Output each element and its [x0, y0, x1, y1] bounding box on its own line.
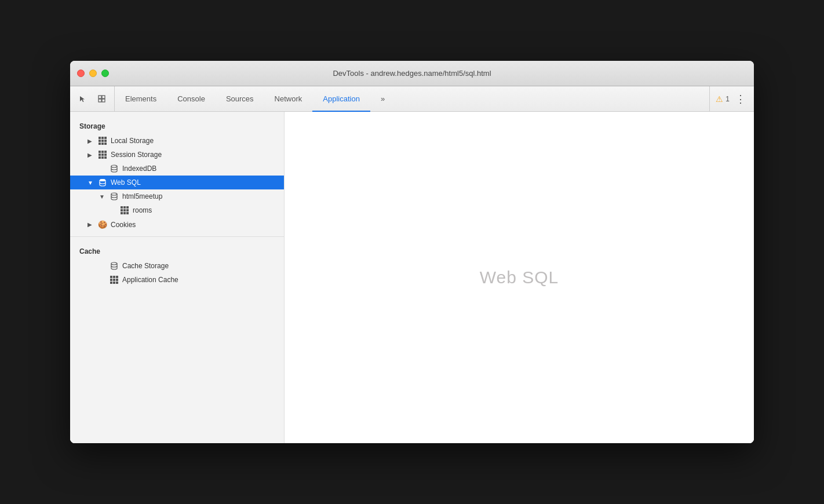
sidebar-divider	[70, 236, 284, 237]
title-bar: DevTools - andrew.hedges.name/html5/sql.…	[70, 61, 754, 86]
traffic-lights	[77, 70, 109, 77]
devtools-window: DevTools - andrew.hedges.name/html5/sql.…	[70, 61, 754, 443]
db-icon-indexeddb	[110, 165, 119, 173]
tab-more[interactable]: »	[370, 87, 395, 112]
sidebar-item-rooms[interactable]: rooms	[70, 203, 284, 217]
close-button[interactable]	[77, 70, 85, 77]
sidebar-item-local-storage[interactable]: ▶ Local Storage	[70, 134, 284, 148]
maximize-button[interactable]	[101, 70, 109, 77]
cache-storage-label: Cache Storage	[122, 262, 169, 270]
sidebar-item-session-storage[interactable]: ▶ Session Storage	[70, 148, 284, 162]
svg-rect-1	[102, 96, 105, 98]
svg-rect-33	[123, 212, 126, 214]
svg-rect-12	[104, 143, 107, 145]
cookies-label: Cookies	[111, 221, 136, 229]
svg-rect-17	[101, 154, 104, 156]
svg-rect-6	[104, 137, 107, 139]
svg-rect-20	[101, 156, 104, 159]
warning-badge[interactable]: ⚠ 1	[716, 94, 730, 104]
cache-section-header: Cache	[70, 242, 284, 259]
svg-rect-29	[121, 209, 123, 211]
main-placeholder: Web SQL	[480, 268, 559, 287]
toolbar-right: ⚠ 1 ⋮	[709, 86, 754, 111]
cookie-icon: 🍪	[98, 220, 107, 229]
svg-rect-2	[99, 99, 101, 102]
cursor-icon[interactable]	[75, 91, 91, 107]
tab-application[interactable]: Application	[312, 87, 370, 112]
svg-rect-41	[116, 279, 118, 281]
svg-point-25	[111, 193, 117, 195]
main-panel: Web SQL	[285, 112, 754, 443]
svg-rect-36	[110, 276, 112, 278]
svg-rect-44	[116, 282, 118, 284]
svg-rect-10	[99, 143, 101, 145]
svg-rect-39	[110, 279, 112, 281]
table-icon-application-cache	[110, 276, 119, 284]
expand-arrow-session-storage: ▶	[87, 152, 94, 158]
svg-rect-19	[99, 156, 101, 159]
svg-rect-42	[110, 282, 112, 284]
db-icon-html5meetup	[110, 192, 119, 200]
svg-rect-32	[121, 212, 123, 214]
html5meetup-label: html5meetup	[122, 192, 162, 200]
svg-rect-13	[99, 151, 101, 153]
svg-rect-28	[126, 206, 129, 209]
svg-rect-31	[126, 209, 129, 211]
inspect-icon[interactable]	[93, 91, 110, 107]
tab-console[interactable]: Console	[167, 87, 216, 112]
table-icon-session-storage	[98, 151, 107, 159]
sidebar-item-indexeddb[interactable]: IndexedDB	[70, 162, 284, 176]
sidebar-item-html5meetup[interactable]: ▼ html5meetup	[70, 189, 284, 203]
expand-arrow-html5meetup: ▼	[99, 193, 106, 200]
svg-rect-37	[113, 276, 115, 278]
tab-elements[interactable]: Elements	[115, 87, 167, 112]
svg-rect-43	[113, 282, 115, 284]
storage-section-header: Storage	[70, 116, 284, 134]
sidebar-item-web-sql[interactable]: ▼ Web SQL	[70, 176, 284, 189]
svg-rect-21	[104, 156, 107, 159]
sidebar-item-application-cache[interactable]: Application Cache	[70, 273, 284, 287]
svg-rect-26	[121, 206, 123, 209]
svg-rect-0	[99, 96, 101, 98]
svg-rect-9	[104, 140, 107, 142]
toolbar-left-icons	[70, 86, 115, 111]
sidebar: Storage ▶ Local Storage ▶	[70, 112, 285, 443]
svg-rect-30	[123, 209, 126, 211]
svg-point-22	[111, 165, 117, 167]
tab-sources[interactable]: Sources	[216, 87, 264, 112]
svg-rect-4	[99, 137, 101, 139]
svg-rect-14	[101, 151, 104, 153]
svg-point-24	[100, 179, 105, 181]
sidebar-item-cookies[interactable]: ▶ 🍪 Cookies	[70, 217, 284, 232]
svg-rect-38	[116, 276, 118, 278]
db-icon-web-sql	[98, 178, 107, 187]
local-storage-label: Local Storage	[111, 137, 154, 145]
svg-rect-16	[99, 154, 101, 156]
svg-rect-3	[102, 99, 105, 102]
warning-icon: ⚠	[716, 94, 723, 104]
svg-point-35	[111, 262, 117, 265]
session-storage-label: Session Storage	[111, 151, 162, 159]
tab-network[interactable]: Network	[264, 87, 313, 112]
toolbar: Elements Console Sources Network Applica…	[70, 86, 754, 112]
sidebar-item-cache-storage[interactable]: Cache Storage	[70, 259, 284, 273]
svg-rect-8	[101, 140, 104, 142]
svg-rect-27	[123, 206, 126, 209]
svg-rect-5	[101, 137, 104, 139]
window-title: DevTools - andrew.hedges.name/html5/sql.…	[333, 69, 491, 78]
table-icon-local-storage	[98, 137, 107, 145]
svg-rect-11	[101, 143, 104, 145]
minimize-button[interactable]	[89, 70, 97, 77]
svg-rect-18	[104, 154, 107, 156]
expand-arrow-web-sql: ▼	[87, 180, 94, 186]
more-options-button[interactable]: ⋮	[733, 93, 748, 105]
web-sql-label: Web SQL	[111, 178, 141, 187]
svg-rect-40	[113, 279, 115, 281]
db-icon-cache-storage	[110, 262, 119, 270]
svg-rect-34	[126, 212, 129, 214]
svg-rect-7	[99, 140, 101, 142]
rooms-label: rooms	[133, 206, 152, 214]
svg-rect-15	[104, 151, 107, 153]
indexeddb-label: IndexedDB	[122, 165, 156, 173]
application-cache-label: Application Cache	[122, 276, 178, 284]
